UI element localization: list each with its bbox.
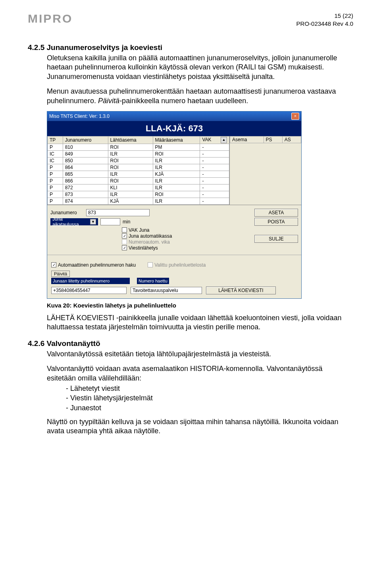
laheta-koeviesti-button[interactable]: LÄHETÄ KOEVIESTI: [206, 286, 276, 294]
table-header-row: TP Junanumero Lähtöasema Määräasema VAK▲: [48, 136, 229, 144]
section-425-title: 4.2.5 Junanumeroselvitys ja koeviesti: [28, 43, 353, 52]
chk-juna-autom[interactable]: ✓Juna automatiikassa: [122, 233, 172, 239]
window-title: Miso TNTS Client: Ver: 1.3.0: [49, 113, 110, 119]
table-row[interactable]: P873ILRROI-: [48, 191, 229, 198]
app-window: Miso TNTS Client: Ver: 1.3.0 × LLA-KJÄ: …: [47, 111, 302, 299]
chk-viestinlahetys[interactable]: ✓Viestinlähetys: [122, 245, 172, 251]
low-panel: ✓Automaattinen puhelinnumeron haku Valit…: [47, 255, 301, 298]
table-row[interactable]: P872KLIILR-: [48, 184, 229, 191]
col-lahtoasema[interactable]: Lähtöasema: [108, 136, 153, 144]
window-banner: LLA-KJÄ: 673: [47, 121, 301, 136]
paivita-word: Päivitä: [98, 97, 119, 105]
right-table-wrap: Asema PS AS: [230, 136, 301, 205]
col-junanumero[interactable]: Junanumero: [63, 136, 108, 144]
grid-area: TP Junanumero Lähtöasema Määräasema VAK▲…: [47, 136, 301, 205]
chk-auto-puh-haku[interactable]: ✓Automaattinen puhelinnumeron haku: [51, 262, 136, 268]
chevron-down-icon: ▼: [90, 219, 96, 225]
junanumero-label: Junanumero: [50, 210, 86, 215]
col-tp[interactable]: TP: [48, 136, 63, 144]
section-426-p1: Valvontanäytössä esitetään tietoja lähtö…: [28, 350, 353, 359]
col-as[interactable]: AS: [282, 136, 301, 143]
col-maaraasema[interactable]: Määräasema: [153, 136, 200, 144]
label-liitetty-puh: Junaan liitetty puhelinnumero: [51, 278, 130, 284]
aseta-button[interactable]: ASETA: [254, 209, 298, 217]
chk-numero-vika: Numeroautom. vika: [122, 239, 172, 245]
scroll-up-icon[interactable]: ▲: [221, 137, 227, 143]
label-numero-haettu: Numero haettu: [137, 278, 169, 284]
trains-table: TP Junanumero Lähtöasema Määräasema VAK▲…: [47, 136, 229, 205]
page-number: 15 (22): [296, 12, 353, 20]
junanumero-input[interactable]: [86, 209, 150, 216]
window-titlebar[interactable]: Miso TNTS Client: Ver: 1.3.0 ×: [47, 111, 301, 121]
section-426-bullets: Lähetetyt viestit Viestin lähetysjärjest…: [28, 384, 353, 413]
section-425-p2: Menun avautuessa puhelinnumerokenttään h…: [28, 87, 353, 106]
doc-reference: PRO-023448 Rev 4.0: [296, 20, 353, 28]
figure-20-caption: Kuva 20: Koeviestin lähetys ja puhelinlu…: [28, 302, 353, 309]
table-row[interactable]: P866ROIILR-: [48, 177, 229, 184]
right-table: Asema PS AS: [230, 136, 301, 143]
sulje-button[interactable]: SULJE: [254, 235, 298, 243]
status-dropdown-text: Juna aikataulussa: [52, 216, 89, 227]
col-asema[interactable]: Asema: [230, 136, 264, 143]
close-icon[interactable]: ×: [291, 113, 299, 120]
figure-20: Miso TNTS Client: Ver: 1.3.0 × LLA-KJÄ: …: [28, 111, 353, 299]
min-label: min: [123, 219, 130, 225]
col-ps[interactable]: PS: [264, 136, 282, 143]
section-426-p2: Valvontanäyttö voidaan avata asemalaatik…: [28, 364, 353, 383]
poista-button[interactable]: POISTA: [254, 218, 298, 226]
section-425-p1: Oletuksena kaikilla junilla on päällä au…: [28, 54, 353, 81]
chk-valittu-luettelo: Valittu puhelinluettelosta: [148, 262, 206, 268]
chk-vak-juna[interactable]: VAK Juna: [122, 227, 172, 233]
mid-panel: Junanumero ASETA Juna aikataulussa▼ min …: [47, 205, 301, 255]
table-row[interactable]: P865ILRKJÄ-: [48, 171, 229, 177]
list-item: Junaestot: [28, 403, 353, 413]
logo: MIPRO: [28, 12, 73, 25]
table-row[interactable]: P810ROIPM-: [48, 144, 229, 150]
page-header: MIPRO 15 (22) PRO-023448 Rev 4.0: [28, 12, 353, 27]
list-item: Viestin lähetysjärjestelmät: [28, 393, 353, 403]
paivita-button[interactable]: Päivitä: [51, 271, 70, 277]
section-426-title: 4.2.6 Valvontanäyttö: [28, 339, 353, 348]
trains-table-wrap: TP Junanumero Lähtöasema Määräasema VAK▲…: [47, 136, 230, 205]
after-figure-paragraph: LÄHETÄ KOEVIESTI -painikkeella junalle v…: [28, 313, 353, 332]
section-426-p3: Näyttö on tyypiltään kelluva ja se voida…: [28, 417, 353, 436]
table-header-row: Asema PS AS: [230, 136, 301, 143]
status-dropdown[interactable]: Juna aikataulussa▼: [50, 218, 98, 225]
min-input[interactable]: [100, 218, 120, 225]
col-vak[interactable]: VAK▲: [200, 136, 229, 144]
tavoitettavuus-field[interactable]: [131, 287, 202, 294]
table-row[interactable]: IC850ROIILR-: [48, 157, 229, 164]
table-row[interactable]: P874KJÄILR-: [48, 198, 229, 204]
phone-number-field[interactable]: [51, 287, 127, 294]
list-item: Lähetetyt viestit: [28, 384, 353, 393]
header-right: 15 (22) PRO-023448 Rev 4.0: [296, 12, 353, 27]
section-425-p2c: -painikkeella numero haetaan uudelleen.: [119, 97, 248, 105]
table-row[interactable]: IC849ILRROI-: [48, 150, 229, 157]
table-row[interactable]: P864ROIILR-: [48, 164, 229, 171]
